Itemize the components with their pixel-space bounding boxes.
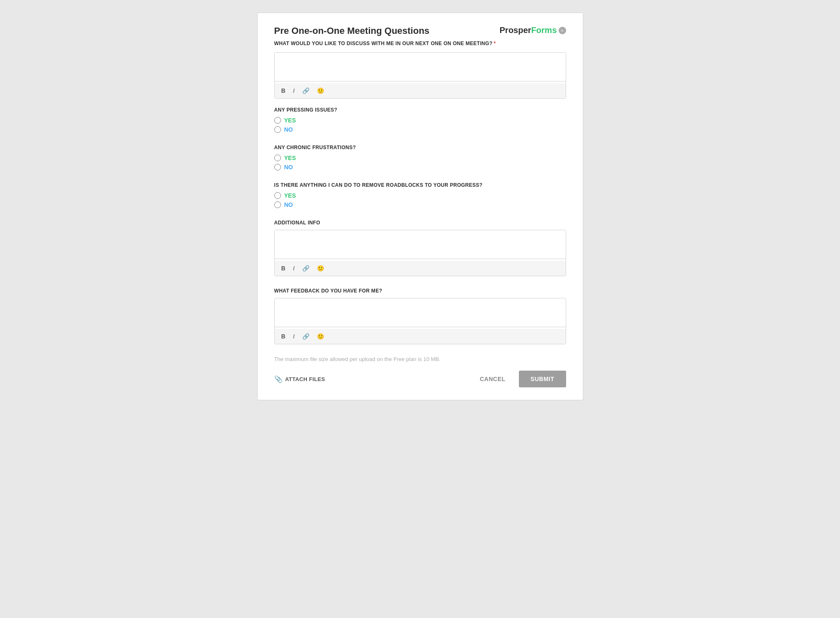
attach-files-label: ATTACH FILES [285, 376, 325, 382]
brand-prosper: Prosper [500, 25, 531, 35]
additional-info-toolbar: B I 🔗 🙂 [275, 261, 566, 276]
chronic-frustrations-yes-radio[interactable] [274, 155, 281, 161]
bold-button-feedback[interactable]: B [280, 332, 287, 341]
chronic-frustrations-label: ANY CHRONIC FRUSTRATIONS? [274, 145, 566, 150]
close-button[interactable]: × [559, 27, 566, 34]
discuss-label: WHAT WOULD YOU LIKE TO DISCUSS WITH ME I… [274, 41, 566, 46]
pressing-issues-yes-option[interactable]: YES [274, 117, 566, 124]
pressing-issues-no-radio[interactable] [274, 126, 281, 133]
modal-container: Pre One-on-One Meeting Questions Prosper… [257, 13, 583, 400]
roadblocks-no-radio[interactable] [274, 201, 281, 208]
form-title-group: Pre One-on-One Meeting Questions [274, 25, 430, 36]
footer: 📎 ATTACH FILES CANCEL SUBMIT [274, 371, 566, 387]
file-size-info: The maximum file size allowed per upload… [274, 356, 566, 362]
italic-button-additional[interactable]: I [291, 264, 296, 272]
roadblocks-label: IS THERE ANYTHING I CAN DO TO REMOVE ROA… [274, 182, 566, 188]
submit-button[interactable]: SUBMIT [519, 371, 566, 387]
discuss-section: WHAT WOULD YOU LIKE TO DISCUSS WITH ME I… [274, 41, 566, 99]
additional-info-editor: B I 🔗 🙂 [274, 230, 566, 276]
pressing-issues-yes-label: YES [284, 117, 296, 124]
roadblocks-no-label: NO [284, 201, 293, 208]
roadblocks-yes-radio[interactable] [274, 192, 281, 199]
link-button-additional[interactable]: 🔗 [301, 264, 311, 272]
pressing-issues-label: ANY PRESSING ISSUES? [274, 107, 566, 113]
cancel-button[interactable]: CANCEL [473, 371, 512, 387]
additional-info-section: ADDITIONAL INFO B I 🔗 🙂 [274, 220, 566, 276]
pressing-issues-section: ANY PRESSING ISSUES? YES NO [274, 107, 566, 133]
link-button-feedback[interactable]: 🔗 [301, 332, 311, 341]
roadblocks-yes-option[interactable]: YES [274, 192, 566, 199]
brand-container: Prosper Forms × [500, 25, 566, 35]
feedback-label: WHAT FEEDBACK DO YOU HAVE FOR ME? [274, 288, 566, 294]
chronic-frustrations-no-radio[interactable] [274, 164, 281, 170]
chronic-frustrations-section: ANY CHRONIC FRUSTRATIONS? YES NO [274, 145, 566, 170]
chronic-frustrations-no-option[interactable]: NO [274, 164, 566, 170]
feedback-toolbar: B I 🔗 🙂 [275, 329, 566, 344]
bold-button-additional[interactable]: B [280, 264, 287, 272]
form-title: Pre One-on-One Meeting Questions [274, 25, 430, 36]
discuss-editor: B I 🔗 🙂 [274, 52, 566, 99]
header: Pre One-on-One Meeting Questions Prosper… [274, 25, 566, 36]
chronic-frustrations-no-label: NO [284, 164, 293, 170]
feedback-editor: B I 🔗 🙂 [274, 298, 566, 344]
emoji-button-feedback[interactable]: 🙂 [315, 332, 326, 341]
chronic-frustrations-yes-option[interactable]: YES [274, 155, 566, 161]
chronic-frustrations-yes-label: YES [284, 155, 296, 161]
additional-info-input[interactable] [275, 230, 566, 259]
emoji-button-additional[interactable]: 🙂 [315, 264, 326, 272]
pressing-issues-no-option[interactable]: NO [274, 126, 566, 133]
emoji-button-discuss[interactable]: 🙂 [315, 86, 326, 95]
discuss-input[interactable] [275, 53, 566, 81]
roadblocks-no-option[interactable]: NO [274, 201, 566, 208]
pressing-issues-yes-radio[interactable] [274, 117, 281, 124]
italic-button-feedback[interactable]: I [291, 332, 296, 341]
attach-files-button[interactable]: 📎 ATTACH FILES [274, 375, 325, 383]
feedback-input[interactable] [275, 298, 566, 327]
footer-actions: CANCEL SUBMIT [473, 371, 566, 387]
feedback-section: WHAT FEEDBACK DO YOU HAVE FOR ME? B I 🔗 … [274, 288, 566, 344]
bold-button-discuss[interactable]: B [280, 86, 287, 95]
roadblocks-yes-label: YES [284, 192, 296, 199]
required-star: * [494, 41, 496, 46]
italic-button-discuss[interactable]: I [291, 86, 296, 95]
additional-info-label: ADDITIONAL INFO [274, 220, 566, 226]
brand-forms: Forms [531, 25, 557, 35]
discuss-toolbar: B I 🔗 🙂 [275, 83, 566, 98]
link-button-discuss[interactable]: 🔗 [301, 86, 311, 95]
pressing-issues-no-label: NO [284, 126, 293, 133]
roadblocks-section: IS THERE ANYTHING I CAN DO TO REMOVE ROA… [274, 182, 566, 208]
paperclip-icon: 📎 [274, 375, 283, 383]
